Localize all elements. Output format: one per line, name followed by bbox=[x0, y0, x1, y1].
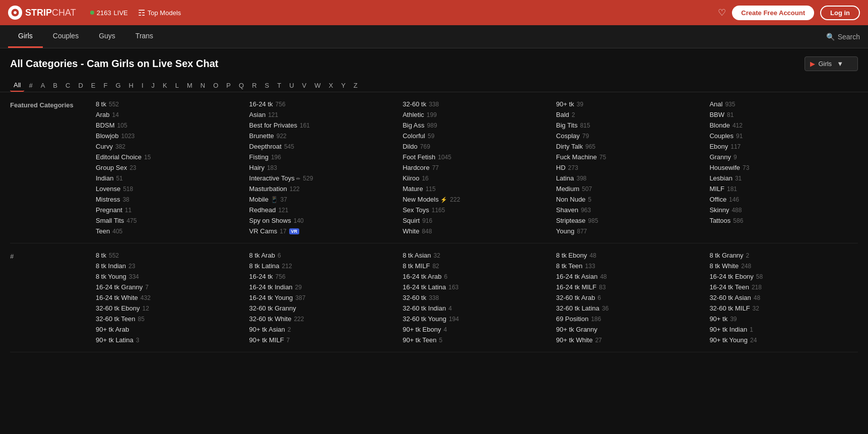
category-item[interactable]: BDSM 105 bbox=[96, 121, 244, 129]
category-item[interactable]: 8 tk White 248 bbox=[709, 262, 858, 270]
alpha-r[interactable]: R bbox=[248, 80, 260, 91]
alpha-t[interactable]: T bbox=[274, 80, 285, 91]
alpha-z[interactable]: Z bbox=[350, 80, 361, 91]
favorites-button[interactable]: ♡ bbox=[718, 7, 726, 18]
category-item[interactable]: Squirt 916 bbox=[403, 217, 551, 224]
category-item[interactable]: Editorial Choice 15 bbox=[96, 153, 244, 161]
nav-tab-trans[interactable]: Trans bbox=[125, 25, 163, 48]
category-item[interactable]: 32-60 tk MILF 32 bbox=[709, 304, 858, 312]
category-item[interactable]: Curvy 382 bbox=[96, 143, 244, 150]
alpha-k[interactable]: K bbox=[159, 80, 171, 91]
category-item[interactable]: Asian 121 bbox=[249, 111, 398, 118]
category-item[interactable]: 8 tk Young 334 bbox=[96, 273, 244, 280]
category-item[interactable]: Hairy 183 bbox=[249, 164, 398, 171]
category-item[interactable]: 90+ tk 39 bbox=[556, 100, 705, 108]
category-item[interactable]: Deepthroat 545 bbox=[249, 143, 398, 150]
category-item[interactable]: Anal 935 bbox=[709, 100, 858, 108]
category-item[interactable]: 16-24 tk Asian 48 bbox=[556, 273, 705, 280]
category-item[interactable]: 16-24 tk 756 bbox=[249, 273, 398, 280]
category-item[interactable]: 16-24 tk 756 bbox=[249, 100, 398, 108]
category-item[interactable]: 8 tk Latina 212 bbox=[249, 262, 398, 270]
category-item[interactable]: Striptease 985 bbox=[556, 217, 705, 224]
category-item[interactable]: Redhead 121 bbox=[249, 206, 398, 214]
category-item[interactable]: 90+ tk Young 24 bbox=[709, 336, 858, 344]
category-item[interactable]: Big Tits 815 bbox=[556, 121, 705, 129]
alpha-p[interactable]: P bbox=[223, 80, 234, 91]
category-item[interactable]: 69 Position 186 bbox=[556, 315, 705, 323]
category-item[interactable]: 90+ tk White 27 bbox=[556, 336, 705, 344]
category-item[interactable]: 32-60 tk Ebony 12 bbox=[96, 304, 244, 312]
category-item[interactable]: Non Nude 5 bbox=[556, 196, 705, 203]
category-item[interactable]: 90+ tk Latina 3 bbox=[96, 336, 244, 344]
category-item[interactable]: 16-24 tk Latina 163 bbox=[403, 283, 551, 291]
alpha-i[interactable]: I bbox=[138, 80, 147, 91]
alpha-l[interactable]: L bbox=[172, 80, 182, 91]
alpha-m[interactable]: M bbox=[183, 80, 196, 91]
category-item[interactable]: 32-60 tk Arab 6 bbox=[556, 294, 705, 301]
category-item[interactable]: Teen 405 bbox=[96, 227, 244, 235]
category-item[interactable]: 32-60 tk Latina 36 bbox=[556, 304, 705, 312]
category-item[interactable]: Shaven 963 bbox=[556, 206, 705, 214]
category-item[interactable]: Medium 507 bbox=[556, 185, 705, 193]
category-item[interactable]: 90+ tk Arab bbox=[96, 326, 244, 333]
category-item[interactable]: Hardcore 77 bbox=[403, 164, 551, 171]
category-item[interactable]: Granny 9 bbox=[709, 153, 858, 161]
alpha-n[interactable]: N bbox=[197, 80, 209, 91]
category-item[interactable]: White 848 bbox=[403, 227, 551, 235]
category-item[interactable]: 8 tk 552 bbox=[96, 252, 244, 259]
category-item[interactable]: Athletic 199 bbox=[403, 111, 551, 118]
category-item[interactable]: Office 146 bbox=[709, 196, 858, 203]
category-item[interactable]: Foot Fetish 1045 bbox=[403, 153, 551, 161]
nav-tab-girls[interactable]: Girls bbox=[8, 25, 43, 48]
category-item[interactable]: Sex Toys 1165 bbox=[403, 206, 551, 214]
category-item[interactable]: BBW 81 bbox=[709, 111, 858, 118]
category-item[interactable]: 8 tk Ebony 48 bbox=[556, 252, 705, 259]
category-item[interactable]: Big Ass 989 bbox=[403, 121, 551, 129]
category-item[interactable]: 90+ tk Granny bbox=[556, 326, 705, 333]
category-item[interactable]: 90+ tk Asian 2 bbox=[249, 326, 398, 333]
top-models-link[interactable]: ☶ Top Models bbox=[138, 8, 181, 18]
category-item[interactable]: Lovense 518 bbox=[96, 185, 244, 193]
category-item[interactable]: MILF 181 bbox=[709, 185, 858, 193]
category-item[interactable]: 90+ tk 39 bbox=[709, 315, 858, 323]
search-button[interactable]: 🔍 Search bbox=[826, 33, 860, 41]
category-item[interactable]: Mature 115 bbox=[403, 185, 551, 193]
category-item[interactable]: 16-24 tk Young 387 bbox=[249, 294, 398, 301]
category-item[interactable]: 16-24 tk Indian 29 bbox=[249, 283, 398, 291]
category-item[interactable]: Dirty Talk 965 bbox=[556, 143, 705, 150]
category-item[interactable]: Cosplay 79 bbox=[556, 132, 705, 140]
category-item[interactable]: 8 tk Teen 133 bbox=[556, 262, 705, 270]
alpha-w[interactable]: W bbox=[311, 80, 324, 91]
alpha-j[interactable]: J bbox=[148, 80, 159, 91]
category-item[interactable]: 32-60 tk 338 bbox=[403, 100, 551, 108]
alpha-q[interactable]: Q bbox=[235, 80, 247, 91]
category-item[interactable]: Masturbation 122 bbox=[249, 185, 398, 193]
category-item[interactable]: Group Sex 23 bbox=[96, 164, 244, 171]
category-item[interactable]: New Models ⚡ 222 bbox=[403, 196, 551, 203]
category-item[interactable]: Colorful 59 bbox=[403, 132, 551, 140]
category-item[interactable]: Arab 14 bbox=[96, 111, 244, 118]
category-item[interactable]: Lesbian 31 bbox=[709, 174, 858, 182]
category-item[interactable]: Fuck Machine 75 bbox=[556, 153, 705, 161]
category-item[interactable]: 16-24 tk Ebony 58 bbox=[709, 273, 858, 280]
category-item[interactable]: 8 tk Indian 23 bbox=[96, 262, 244, 270]
category-item[interactable]: 16-24 tk Teen 218 bbox=[709, 283, 858, 291]
category-item[interactable]: Young 877 bbox=[556, 227, 705, 235]
alpha-e[interactable]: E bbox=[88, 80, 99, 91]
category-item[interactable]: 32-60 tk Indian 4 bbox=[403, 304, 551, 312]
category-item[interactable]: Interactive Toys ✏ 529 bbox=[249, 174, 398, 182]
category-item[interactable]: 8 tk Asian 32 bbox=[403, 252, 551, 259]
category-item[interactable]: 8 tk Arab 6 bbox=[249, 252, 398, 259]
alpha-all[interactable]: All bbox=[10, 79, 24, 92]
category-item[interactable]: 16-24 tk MILF 83 bbox=[556, 283, 705, 291]
category-item[interactable]: 16-24 tk White 432 bbox=[96, 294, 244, 301]
category-item[interactable]: Small Tits 475 bbox=[96, 217, 244, 224]
category-item[interactable]: 16-24 tk Granny 7 bbox=[96, 283, 244, 291]
alpha-hash[interactable]: # bbox=[25, 80, 36, 91]
category-item[interactable]: Housewife 73 bbox=[709, 164, 858, 171]
category-item[interactable]: 32-60 tk Young 194 bbox=[403, 315, 551, 323]
category-item[interactable]: Spy on Shows 140 bbox=[249, 217, 398, 224]
category-item[interactable]: 32-60 tk Asian 48 bbox=[709, 294, 858, 301]
category-item[interactable]: Best for Privates 161 bbox=[249, 121, 398, 129]
category-item[interactable]: HD 273 bbox=[556, 164, 705, 171]
